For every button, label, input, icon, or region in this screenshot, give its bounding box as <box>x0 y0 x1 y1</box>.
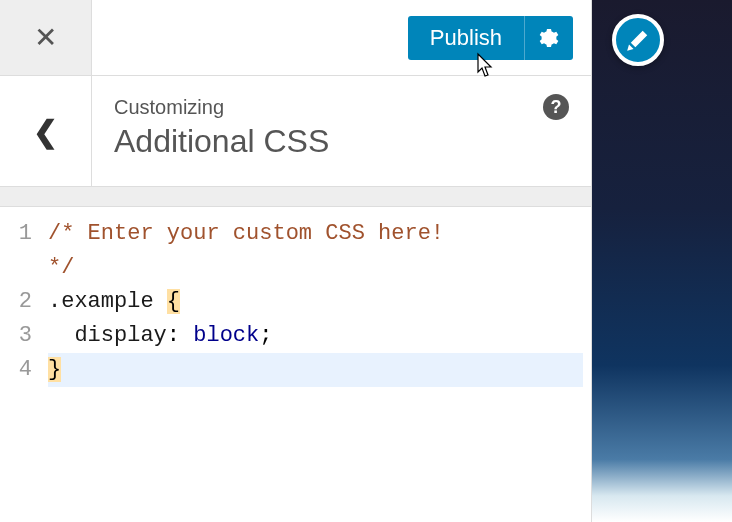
line-number-gutter: 1 2 3 4 <box>0 207 40 397</box>
publish-button[interactable]: Publish <box>408 16 524 60</box>
line-number: 4 <box>0 353 32 387</box>
help-button[interactable]: ? <box>543 94 569 120</box>
code-line-active: } <box>48 353 583 387</box>
header-actions: Publish <box>92 0 591 75</box>
publish-settings-button[interactable] <box>524 16 573 60</box>
line-number <box>0 251 32 285</box>
edit-shortcut-button[interactable] <box>612 14 664 66</box>
line-number: 2 <box>0 285 32 319</box>
close-icon: ✕ <box>34 24 57 52</box>
site-preview <box>592 0 732 522</box>
customizing-label: Customizing <box>114 96 569 119</box>
code-line: */ <box>48 251 583 285</box>
css-code-editor[interactable]: 1 2 3 4 /* Enter your custom CSS here! *… <box>0 207 591 397</box>
code-content[interactable]: /* Enter your custom CSS here! */ .examp… <box>40 207 591 397</box>
chevron-left-icon: ❮ <box>33 114 58 149</box>
line-number: 1 <box>0 217 32 251</box>
section-title-area: Customizing Additional CSS ? <box>92 76 591 186</box>
close-button[interactable]: ✕ <box>0 0 92 76</box>
code-line: .example { <box>48 285 583 319</box>
back-button[interactable]: ❮ <box>0 76 92 186</box>
section-title: Additional CSS <box>114 123 569 160</box>
gear-icon <box>539 28 559 48</box>
code-line: display: block; <box>48 319 583 353</box>
customizer-panel: ✕ Publish ❮ Customizing Additional CSS ?… <box>0 0 592 522</box>
spacer <box>0 187 591 207</box>
header-row: ✕ Publish <box>0 0 591 76</box>
pencil-icon <box>626 28 650 52</box>
section-header: ❮ Customizing Additional CSS ? <box>0 76 591 187</box>
code-line: /* Enter your custom CSS here! <box>48 217 583 251</box>
line-number: 3 <box>0 319 32 353</box>
